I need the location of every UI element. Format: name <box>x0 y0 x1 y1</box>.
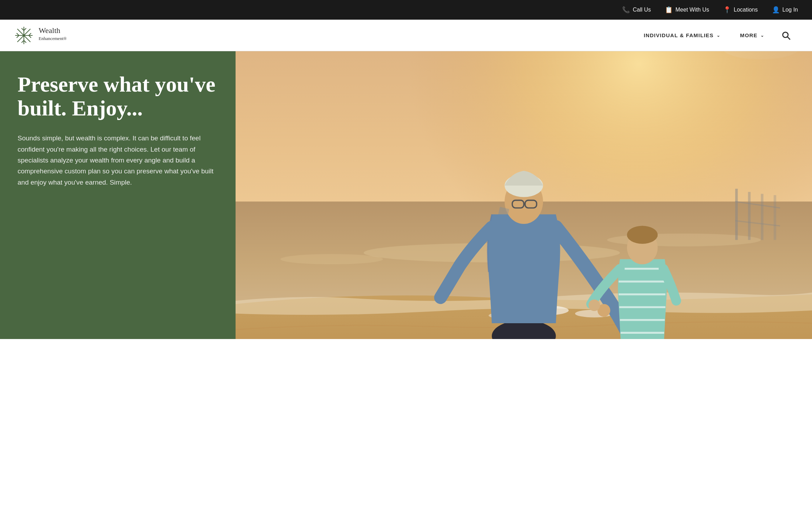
login-link[interactable]: 👤 Log In <box>772 6 798 14</box>
locations-label: Locations <box>734 7 758 13</box>
meet-with-us-link[interactable]: 📋 Meet With Us <box>665 6 709 14</box>
location-pin-icon: 📍 <box>723 6 731 14</box>
logo-line1: Wealth <box>39 26 67 35</box>
hero-body-text: Sounds simple, but wealth is complex. It… <box>18 133 218 188</box>
logo[interactable]: Wealth Enhancement® <box>14 26 67 45</box>
hero-image <box>236 51 812 339</box>
meet-with-us-label: Meet With Us <box>675 7 709 13</box>
nav-links: INDIVIDUAL & FAMILIES ⌄ MORE ⌄ <box>634 20 798 51</box>
top-bar: 📞 Call Us 📋 Meet With Us 📍 Locations 👤 L… <box>0 0 812 20</box>
svg-rect-32 <box>761 194 763 240</box>
hero-section: Preserve what you've built. Enjoy... Sou… <box>0 51 812 339</box>
svg-rect-33 <box>774 195 776 240</box>
logo-line2: Enhancement® <box>39 35 67 45</box>
hero-left-panel: Preserve what you've built. Enjoy... Sou… <box>0 51 236 339</box>
svg-point-26 <box>280 254 383 264</box>
nav-more[interactable]: MORE ⌄ <box>730 20 774 51</box>
svg-rect-30 <box>735 189 738 240</box>
logo-text: Wealth Enhancement® <box>39 26 67 45</box>
main-nav: Wealth Enhancement® INDIVIDUAL & FAMILIE… <box>0 20 812 51</box>
svg-point-13 <box>783 32 788 37</box>
call-us-link[interactable]: 📞 Call Us <box>622 6 651 14</box>
nav-individual-families[interactable]: INDIVIDUAL & FAMILIES ⌄ <box>634 20 730 51</box>
logo-snowflake-icon <box>14 26 34 45</box>
search-icon <box>781 31 791 40</box>
search-button[interactable] <box>774 20 798 51</box>
svg-point-52 <box>588 299 600 311</box>
svg-line-14 <box>787 37 790 40</box>
chevron-down-icon-more: ⌄ <box>760 33 764 38</box>
user-icon: 👤 <box>772 6 780 14</box>
login-label: Log In <box>783 7 798 13</box>
chevron-down-icon: ⌄ <box>717 33 720 38</box>
calendar-icon: 📋 <box>665 6 673 14</box>
hero-right-image <box>236 51 812 339</box>
locations-link[interactable]: 📍 Locations <box>723 6 758 14</box>
phone-icon: 📞 <box>622 6 630 14</box>
svg-rect-31 <box>748 192 751 240</box>
call-us-label: Call Us <box>633 7 651 13</box>
svg-point-12 <box>23 34 25 36</box>
hero-headline: Preserve what you've built. Enjoy... <box>18 72 218 120</box>
